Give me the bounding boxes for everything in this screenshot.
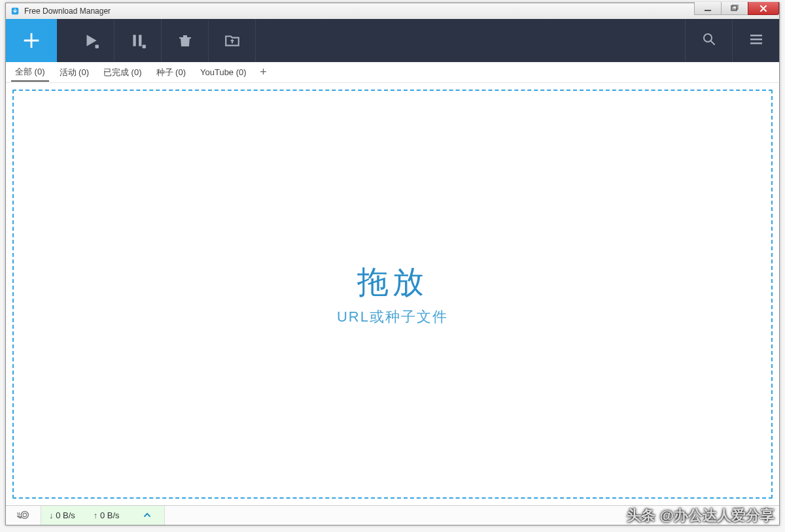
tab-all[interactable]: 全部 (0)	[11, 63, 49, 82]
app-window: Free Download Manager	[5, 3, 780, 525]
svg-rect-9	[186, 39, 187, 44]
add-tab-button[interactable]: +	[257, 66, 270, 79]
tab-completed[interactable]: 已完成 (0)	[99, 64, 146, 81]
collapse-speed-button[interactable]	[138, 510, 156, 521]
tab-youtube[interactable]: YouTube (0)	[196, 65, 251, 80]
svg-rect-11	[750, 35, 762, 37]
upload-speed: ↑ 0 B/s	[94, 510, 120, 520]
open-folder-button[interactable]	[209, 19, 256, 62]
menu-button[interactable]	[732, 19, 779, 62]
svg-rect-8	[183, 39, 184, 44]
toolbar-right	[685, 19, 779, 62]
main-content: 拖放 URL或种子文件	[6, 83, 779, 505]
dropzone-title: 拖放	[357, 261, 428, 303]
svg-rect-6	[139, 35, 141, 46]
up-arrow-icon: ↑	[94, 510, 98, 520]
window-controls	[695, 2, 779, 15]
svg-rect-1	[705, 10, 711, 11]
add-download-button[interactable]	[6, 19, 57, 62]
app-title: Free Download Manager	[24, 7, 111, 16]
chevron-up-icon	[143, 510, 151, 521]
start-button[interactable]	[67, 19, 114, 62]
speed-limit-button[interactable]	[6, 506, 41, 525]
search-icon	[701, 31, 717, 50]
status-bar: ↓ 0 B/s ↑ 0 B/s	[6, 505, 779, 525]
tab-torrents[interactable]: 种子 (0)	[152, 64, 190, 81]
toolbar-spacer	[256, 19, 685, 62]
svg-rect-2	[731, 6, 737, 10]
close-button[interactable]	[748, 2, 779, 15]
svg-point-14	[21, 511, 28, 518]
main-toolbar	[6, 19, 779, 62]
dropzone-subtitle: URL或种子文件	[337, 307, 448, 327]
toolbar-actions	[57, 19, 256, 62]
svg-rect-4	[95, 45, 98, 48]
minimize-button[interactable]	[694, 2, 722, 15]
svg-rect-3	[733, 5, 738, 9]
app-logo-icon	[10, 6, 20, 16]
filter-tabs: 全部 (0) 活动 (0) 已完成 (0) 种子 (0) YouTube (0)…	[6, 62, 779, 83]
down-arrow-icon: ↓	[49, 510, 54, 520]
svg-rect-13	[750, 42, 762, 44]
search-button[interactable]	[685, 19, 732, 62]
delete-button[interactable]	[162, 19, 209, 62]
hamburger-icon	[748, 31, 764, 50]
tab-active[interactable]: 活动 (0)	[56, 64, 94, 81]
svg-point-15	[23, 513, 27, 517]
maximize-button[interactable]	[721, 2, 748, 15]
svg-rect-7	[142, 45, 145, 48]
svg-rect-5	[133, 35, 135, 46]
download-speed: ↓ 0 B/s	[49, 510, 75, 520]
speed-panel[interactable]: ↓ 0 B/s ↑ 0 B/s	[41, 506, 165, 525]
upload-speed-value: 0 B/s	[100, 510, 120, 520]
titlebar: Free Download Manager	[6, 3, 779, 19]
svg-rect-12	[750, 39, 762, 41]
svg-point-10	[704, 34, 712, 42]
pause-button[interactable]	[114, 19, 162, 62]
drop-zone[interactable]: 拖放 URL或种子文件	[12, 90, 773, 499]
snail-icon	[16, 507, 31, 524]
download-speed-value: 0 B/s	[56, 510, 75, 520]
